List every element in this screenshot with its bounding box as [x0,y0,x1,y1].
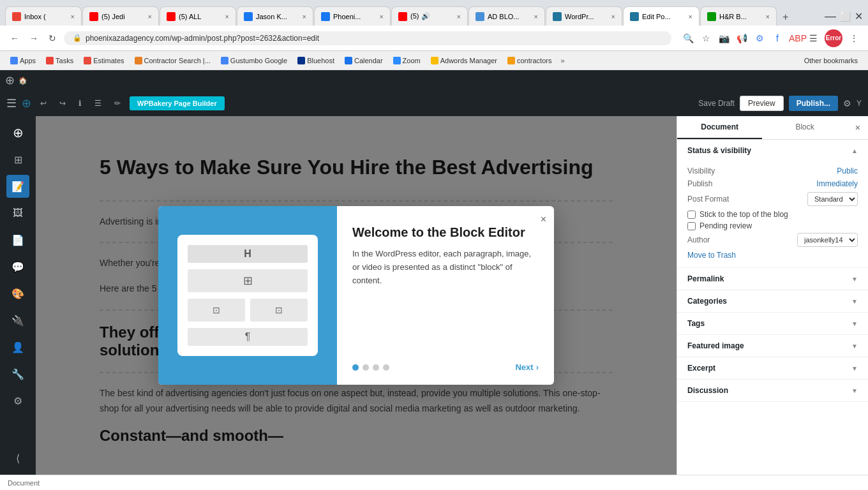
bookmark-calendar[interactable]: Calendar [341,56,387,66]
tab-phoenix[interactable]: Phoeni... × [314,6,391,26]
menu-icon[interactable]: ⋮ [848,33,860,43]
sidebar-item-appearance[interactable]: 🎨 [6,282,29,305]
list-view-button[interactable]: ☰ [91,98,105,109]
panel-section-tags-header[interactable]: Tags ▼ [677,313,868,334]
sidebar-item-dashboard[interactable]: ⊞ [6,148,29,171]
tab-wordpressadmin[interactable]: WordPr... × [546,6,622,26]
tab-yt2[interactable]: (5) ALL × [160,6,236,26]
publish-button[interactable]: Publish... [789,96,838,111]
modal-next-button[interactable]: Next › [515,362,539,372]
tab-editpost[interactable]: Edit Po... × [623,6,700,26]
bookmark-tasks[interactable]: Tasks [42,56,77,66]
chrome-icon[interactable]: ⚙ [753,33,766,43]
camera-icon[interactable]: 📷 [717,33,730,43]
sidebar-item-plugins[interactable]: 🔌 [6,309,29,332]
panel-tab-document[interactable]: Document [677,116,762,139]
sidebar-item-posts[interactable]: 📝 [6,175,29,198]
modal-dot-1[interactable] [352,364,359,371]
modal-dot-3[interactable] [373,364,379,371]
bookmark-zoom[interactable]: Zoom [389,56,424,66]
modal-dot-2[interactable] [363,364,369,371]
info-button[interactable]: ℹ [75,98,86,109]
panel-section-excerpt-header[interactable]: Excerpt ▼ [677,357,868,379]
adblock-icon[interactable]: ABP [789,33,802,43]
reload-button[interactable]: ↻ [46,32,59,45]
extension-icon[interactable]: ☰ [807,33,819,43]
visibility-value[interactable]: Public [837,167,858,175]
wpbakery-button[interactable]: WPBakery Page Builder [130,96,225,110]
profile-button[interactable]: Error [825,29,842,47]
tab-close-phoenix[interactable]: × [380,13,384,20]
settings-button[interactable]: ⚙ [843,98,851,108]
tab-adblog[interactable]: AD BLO... × [468,6,545,26]
tab-close-yt3[interactable]: × [457,13,461,20]
panel-section-status-header[interactable]: Status & visibility ▲ [677,140,868,161]
wp-menu-toggle[interactable]: ☰ [6,96,17,110]
tab-yt1[interactable]: (5) Jedi × [82,6,159,26]
sidebar-item-users[interactable]: 👤 [6,336,29,359]
modal-close-button[interactable]: × [541,214,546,225]
edit-pencil-button[interactable]: ✏ [110,98,124,109]
bookmark-estimates[interactable]: Estimates [80,56,128,66]
bookmark-apps[interactable]: Apps [6,56,40,66]
tab-title-wordpressadmin: WordPr... [565,13,608,20]
sidebar-wp-logo[interactable]: ⊕ [6,121,29,144]
forward-button[interactable]: → [27,32,41,45]
url-bar[interactable]: 🔒 phoenixazadagency.com/wp-admin/post.ph… [64,31,671,45]
save-draft-button[interactable]: Save Draft [698,99,735,108]
tab-hrblock[interactable]: H&R B... × [700,6,777,26]
publish-value[interactable]: Immediately [816,179,858,188]
minimize-button[interactable]: — [825,10,836,23]
modal-dot-4[interactable] [383,364,389,371]
tab-close-wordpressadmin[interactable]: × [611,13,615,20]
bookmarks-more-button[interactable]: » [558,56,567,66]
panel-tab-block[interactable]: Block [762,116,847,139]
new-tab-button[interactable]: + [777,9,793,26]
back-button[interactable]: ← [8,32,22,45]
redo-button[interactable]: ↪ [56,98,70,109]
tab-close-yt1[interactable]: × [148,13,152,20]
panel-section-featured-image-header[interactable]: Featured image ▼ [677,335,868,357]
sidebar-item-tools[interactable]: 🔧 [6,362,29,385]
sidebar-item-settings[interactable]: ⚙ [6,389,29,412]
maximize-button[interactable]: ⬜ [840,11,851,22]
bookmark-contractor-search[interactable]: Contractor Search |... [131,56,214,66]
sidebar-item-comments[interactable]: 💬 [6,255,29,278]
tab-close-fb[interactable]: × [303,13,306,20]
sidebar-item-pages[interactable]: 📄 [6,228,29,251]
tab-close-adblog[interactable]: × [534,13,538,20]
megaphone-icon[interactable]: 📢 [735,33,748,43]
stick-to-top-checkbox[interactable] [687,211,696,219]
preview-button[interactable]: Preview [740,96,784,111]
other-bookmarks[interactable]: Other bookmarks [800,56,862,66]
sidebar-item-collapse[interactable]: ⟨ [6,447,29,470]
tab-yt3[interactable]: (5) 🔊 × [391,6,468,26]
tab-close-gmail[interactable]: × [71,13,75,20]
tab-close-yt2[interactable]: × [225,13,229,20]
bookmark-bluehost[interactable]: Bluehost [294,56,338,66]
move-to-trash-link[interactable]: Move to Trash [687,251,736,260]
tab-close-hrblock[interactable]: × [766,13,770,20]
bookmark-gustumbo[interactable]: Gustumbo Google [217,56,291,66]
tab-close-editpost[interactable]: × [689,13,692,20]
panel-section-discussion-header[interactable]: Discussion ▼ [677,380,868,401]
wp-logo-button[interactable]: ⊕ [22,96,31,110]
sidebar-item-media[interactable]: 🖼 [6,202,29,225]
panel-section-categories-header[interactable]: Categories ▼ [677,290,868,312]
star-icon[interactable]: ☆ [700,33,712,43]
bookmark-contractors[interactable]: contractors [504,56,555,66]
post-format-select[interactable]: Standard Aside Image [807,192,858,206]
author-select[interactable]: jasonkelly14 [797,233,858,247]
undo-button[interactable]: ↩ [36,98,50,109]
search-icon[interactable]: 🔍 [682,33,694,43]
options-button[interactable]: Y [857,99,862,108]
facebook-icon[interactable]: f [771,33,784,43]
panel-section-permalink-header[interactable]: Permalink ▼ [677,268,868,290]
close-window-button[interactable]: ✕ [855,10,863,22]
panel-close-button[interactable]: × [848,116,868,139]
bookmark-adwords[interactable]: Adwords Manager [427,56,501,66]
tab-gmail[interactable]: Inbox ( × [5,6,82,26]
wp-admin-home[interactable]: 🏠 [19,77,27,85]
pending-review-checkbox[interactable] [687,222,696,230]
tab-fb[interactable]: Jason K... × [237,6,313,26]
